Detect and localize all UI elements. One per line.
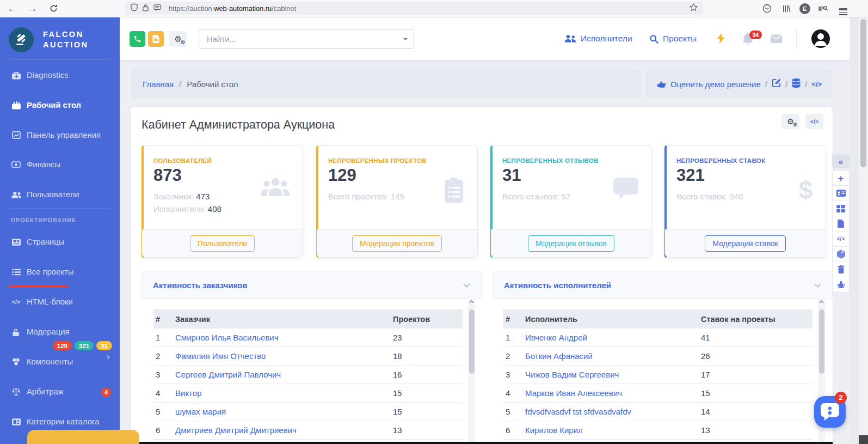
demo-evaluate-link[interactable]: Оценить демо решение [670,80,761,89]
table-button[interactable] [832,201,849,216]
breadcrumb-current: Рабочий стол [187,80,238,89]
trash-button[interactable] [832,262,849,277]
search-dropdown-caret[interactable] [403,38,408,42]
code-icon[interactable]: </> [811,80,822,88]
customer-link[interactable]: Виктор [175,388,393,398]
sidebar-item-pages[interactable]: Страницы [11,236,113,248]
sidebar-item-html-blocks[interactable]: </> HTML-блоки [11,296,113,308]
chevron-right-icon[interactable]: › [107,351,110,362]
code-button[interactable]: </> [832,232,849,247]
subline-label: Заказчики: [153,192,194,201]
ip-extension-button[interactable]: IP [816,0,830,17]
sidebar-item-components[interactable]: Компоненты [11,356,113,368]
browser-chrome: ← → https://auction.web-automation.ru/ca… [0,0,868,17]
url-bar[interactable]: https://auction.web-automation.ru/cabine… [125,2,703,15]
add-button[interactable]: + [832,171,849,186]
breadcrumb-separator: / [179,80,181,89]
lightning-icon[interactable] [717,33,725,46]
customer-link[interactable]: шумах мария [175,407,393,416]
menu-hamburger-icon[interactable] [836,0,850,17]
customer-link[interactable]: Сергеев Дмитрий Павлочич [175,370,393,379]
permissions-icon[interactable] [153,4,161,14]
lock-icon[interactable] [143,4,149,14]
moderate-reviews-button[interactable]: Модерация отзывов [528,235,614,252]
customers-activity-header[interactable]: Активность заказчиков [141,271,482,299]
search-input[interactable] [199,29,414,49]
bids-count: 41 [701,333,812,342]
pages-icon [11,239,21,246]
sidebar-item-control-panel[interactable]: Панель управления [11,129,113,141]
extension-button[interactable]: E [798,0,812,17]
money-icon [11,161,21,168]
customer-link[interactable]: Дмитриев Дмитрий Дмитриевич [175,425,393,435]
browser-scrollbar[interactable] [859,17,868,444]
table-row: 2Фамилия Имя Отчество18 [153,347,463,366]
settings-gears-button[interactable]: ⚙⚙ [169,31,187,47]
sidebar-item-finance[interactable]: Финансы [11,159,113,171]
breadcrumb-home-link[interactable]: Главная [143,80,174,89]
browser-back-button[interactable]: ← [4,0,20,17]
sidebar-item-diagnostics[interactable]: Diagnostics [11,69,113,81]
edit-icon[interactable] [772,78,781,89]
cube-button[interactable] [832,247,849,262]
brand-name[interactable]: FALCON AUCTION [43,29,89,50]
moderate-projects-button[interactable]: Модерация проектов [352,235,442,252]
bug-button[interactable] [832,277,849,293]
executor-link[interactable]: Ивченко Андрей [525,333,701,342]
chevron-down-icon[interactable] [814,280,821,290]
executor-link[interactable]: Кирилов Кирил [525,425,701,435]
browser-reload-button[interactable] [46,0,61,17]
executors-activity-header[interactable]: Активность исполнителей [493,271,833,299]
brand-logo[interactable] [9,27,34,52]
bookmark-star-icon[interactable] [690,3,698,14]
phone-button[interactable] [130,31,145,47]
executor-link[interactable]: Боткин Афанасий [525,351,701,361]
library-icon[interactable] [779,0,793,17]
messages-envelope-icon[interactable] [771,34,782,45]
stat-card-unverified-bids: НЕПРОВЕРЕННЫХ СТАВОК 321 Всего ставок: 3… [664,145,826,258]
sidebar-item-desktop[interactable]: Рабочий стол [11,99,113,111]
sidebar-item-all-projects[interactable]: Все проекты [11,266,113,278]
bottom-floating-button[interactable] [27,430,139,444]
stat-card-label: НЕПРОВЕРЕННЫХ ОТЗЫВОВ [502,157,599,164]
file-button[interactable] [832,216,849,232]
moderate-bids-button[interactable]: Модерация ставок [705,235,785,252]
shield-icon[interactable] [131,3,138,14]
scroll-up-icon[interactable] [818,300,825,303]
nav-link-executors[interactable]: Исполнители [564,17,632,60]
browser-forward-button[interactable]: → [25,0,40,17]
customer-link[interactable]: Фамилия Имя Отчество [175,351,393,361]
nav-link-projects[interactable]: Проекты [649,17,697,60]
scrollbar-thumb[interactable] [860,19,866,167]
customers-table-scrollbar[interactable] [468,299,475,444]
chevron-down-icon[interactable] [463,280,470,290]
collapse-icon[interactable]: « [832,154,849,168]
executor-link[interactable]: Чижов Вадим Сергеевич [525,370,701,379]
sidebar-item-arbitration[interactable]: Арбитраж [11,386,113,398]
panel-settings-button[interactable]: ⚙⚙ [781,114,799,129]
scrollbar-thumb[interactable] [819,309,824,374]
demo-separator: / [785,80,787,89]
executor-link[interactable]: fdvsdfvasdvf tst sfdvasdvafdv [525,407,701,416]
gears-icon: ⚙⚙ [787,118,794,125]
scrollbar-thumb[interactable] [469,309,475,374]
sidebar-item-catalog-categories[interactable]: Категории каталога [11,416,113,428]
sidebar-divider [10,59,110,59]
scroll-up-icon[interactable] [468,300,475,303]
pocket-icon[interactable] [760,0,774,17]
panel-code-button[interactable]: </> [805,114,823,129]
user-avatar[interactable] [811,29,830,48]
customer-link[interactable]: Смирнов Илья Васильевич [175,333,393,342]
database-icon[interactable] [792,78,801,89]
demo-toolbar: Оценить демо решение / / / </> [645,69,833,99]
stat-card-footer: Модерация ставок [665,229,826,257]
table-row: 3Чижов Вадим Сергеевич17 [503,366,812,384]
page-scrollbar-track[interactable] [849,17,859,444]
executor-link[interactable]: Марков Иван Алексеевич [525,388,701,398]
id-card-button[interactable] [832,186,849,201]
sidebar-item-moderation[interactable]: Модерация [11,326,113,338]
users-button[interactable]: Пользователи [190,235,255,252]
sidebar-divider [10,209,110,209]
document-button[interactable] [148,31,164,47]
sidebar-item-users[interactable]: Пользователи [11,188,113,200]
